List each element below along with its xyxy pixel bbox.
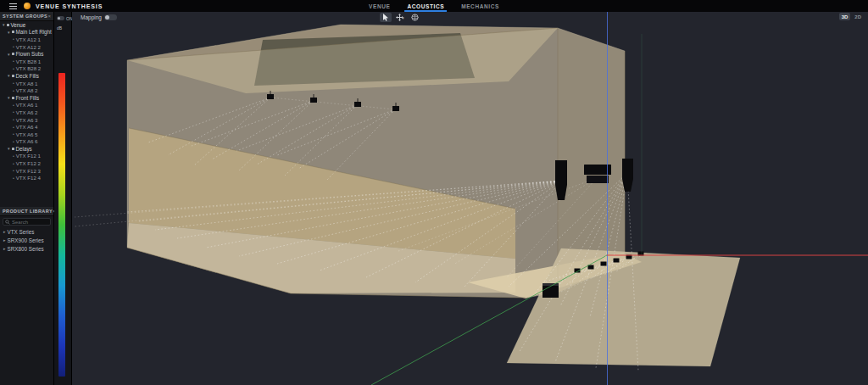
bullet-icon: •	[13, 109, 14, 114]
cursor-icon	[382, 14, 389, 21]
tree-row-vtx-a8-1[interactable]: •VTX A8 1	[0, 80, 53, 87]
tree-row-vtx-f12-2[interactable]: •VTX F12 2	[0, 159, 53, 167]
tree-row-vtx-a8-2[interactable]: •VTX A8 2	[0, 86, 53, 94]
expand-arrow-icon[interactable]: ▸	[3, 229, 6, 234]
mapping-on-row: ON	[57, 15, 71, 21]
expand-arrow-icon[interactable]: ▾	[8, 95, 10, 100]
tab-label: VENUE	[369, 3, 390, 9]
tree-label: Deck Fills	[16, 73, 39, 79]
bullet-icon: •	[13, 131, 14, 137]
expand-arrow-icon[interactable]: ▾	[8, 52, 10, 57]
library-item-srx800-series[interactable]: ▸SRX800 Series	[0, 244, 53, 253]
tree-row-vtx-b28-2[interactable]: •VTX B28 2	[0, 65, 53, 73]
tree-row-vtx-a12-2[interactable]: •VTX A12 2	[0, 43, 53, 51]
chevron-down-icon: ▾	[402, 15, 404, 20]
tree-row-vtx-f12-3[interactable]: •VTX F12 3	[0, 167, 53, 175]
expand-arrow-icon[interactable]: ▾	[3, 22, 5, 27]
tree-row-vtx-a6-3[interactable]: •VTX A6 3	[0, 116, 53, 124]
bullet-icon: •	[13, 103, 14, 108]
spl-color-scale	[58, 73, 65, 377]
tree-row-vtx-a6-1[interactable]: •VTX A6 1	[0, 102, 53, 109]
pan-tool-button[interactable]: ▾	[394, 13, 406, 22]
tab-acoustics[interactable]: ACOUSTICS	[407, 0, 444, 12]
tree-row-main-left-right[interactable]: ▾Main Left Right	[0, 29, 53, 36]
orbit-tool-button[interactable]	[409, 13, 420, 22]
tree-label: VTX A12 1	[16, 36, 41, 42]
speaker-group-icon	[7, 24, 9, 26]
system-groups-title: SYSTEM GROUPS	[3, 14, 47, 19]
3d-viewport-canvas[interactable]	[72, 12, 868, 385]
main-array-left[interactable]	[555, 160, 567, 200]
scale-on-toggle[interactable]	[57, 16, 64, 20]
tree-label: Delays	[16, 146, 32, 152]
expand-arrow-icon[interactable]: ▾	[8, 146, 10, 151]
tree-row-front-fills[interactable]: ▾Front Fills	[0, 94, 53, 102]
top-menu-bar: VENUE SYNTHESIS VENUEACOUSTICSMECHANICS	[0, 0, 868, 12]
app-title: VENUE SYNTHESIS	[36, 3, 103, 9]
tab-label: ACOUSTICS	[407, 3, 444, 9]
search-input[interactable]	[12, 220, 48, 225]
viewport-tools: ▾	[380, 13, 420, 22]
expand-arrow-icon[interactable]: ▾	[8, 30, 10, 35]
bullet-icon: •	[13, 153, 14, 159]
tree-row-venue[interactable]: ▾Venue	[0, 21, 53, 29]
tree-label: VTX F12 4	[16, 175, 41, 181]
library-item-srx900-series[interactable]: ▸SRX900 Series	[0, 236, 53, 244]
speaker-group-icon	[12, 75, 14, 77]
library-label: VTX Series	[8, 229, 35, 235]
tab-venue[interactable]: VENUE	[369, 0, 390, 12]
mapping-toggle[interactable]	[104, 14, 117, 20]
library-label: SRX800 Series	[8, 246, 44, 252]
tree-row-vtx-f12-4[interactable]: •VTX F12 4	[0, 174, 53, 181]
tree-row-vtx-b28-1[interactable]: •VTX B28 1	[0, 58, 53, 65]
tab-mechanics[interactable]: MECHANICS	[461, 0, 499, 12]
product-library-title: PRODUCT LIBRARY	[3, 209, 53, 214]
tree-label: VTX B28 1	[16, 59, 41, 64]
tree-row-vtx-a6-2[interactable]: •VTX A6 2	[0, 109, 53, 116]
mapping-control: Mapping	[81, 14, 117, 20]
library-item-vtx-series[interactable]: ▸VTX Series	[0, 227, 53, 236]
tree-label: VTX F12 2	[16, 160, 41, 166]
brand-logo-icon	[24, 3, 31, 9]
tree-row-deck-fills[interactable]: ▾Deck Fills	[0, 72, 53, 80]
tree-row-vtx-a6-6[interactable]: •VTX A6 6	[0, 138, 53, 146]
ground-sub[interactable]	[542, 283, 559, 298]
tree-label: VTX F12 3	[16, 168, 41, 174]
bullet-icon: •	[13, 66, 14, 71]
close-icon[interactable]: ×	[47, 14, 51, 19]
tree-row-delays[interactable]: ▾Delays	[0, 145, 53, 153]
view-3d-button[interactable]: 3D	[839, 13, 851, 20]
tree-row-vtx-a6-4[interactable]: •VTX A6 4	[0, 123, 53, 131]
tab-label: MECHANICS	[461, 3, 499, 9]
system-groups-header: SYSTEM GROUPS ×	[0, 12, 53, 21]
tree-row-vtx-f12-1[interactable]: •VTX F12 1	[0, 153, 53, 160]
main-array-right[interactable]	[622, 159, 633, 192]
view-mode-buttons: 3D2D	[839, 13, 864, 20]
system-groups-tree: ▾Venue▾Main Left Right•VTX A12 1•VTX A12…	[0, 21, 53, 181]
venue-synthesis-app: VENUE SYNTHESIS VENUEACOUSTICSMECHANICS …	[0, 0, 868, 385]
bullet-icon: •	[13, 176, 14, 181]
viewport-toolbar: Mapping ▾ 3D2D	[72, 12, 868, 23]
library-search	[3, 218, 51, 226]
expand-arrow-icon[interactable]: ▸	[3, 237, 6, 243]
expand-arrow-icon[interactable]: ▾	[8, 73, 10, 78]
tree-label: VTX A6 6	[16, 138, 38, 144]
tree-row-vtx-a6-5[interactable]: •VTX A6 5	[0, 131, 53, 138]
scale-unit-label: dB	[57, 25, 62, 31]
bullet-icon: •	[13, 36, 14, 42]
tree-label: Venue	[11, 22, 26, 28]
speaker-group-icon	[12, 148, 14, 150]
tree-row-vtx-a12-1[interactable]: •VTX A12 1	[0, 36, 53, 43]
view-2d-button[interactable]: 2D	[852, 13, 864, 20]
tree-label: VTX A6 4	[16, 124, 38, 130]
bullet-icon: •	[13, 168, 14, 173]
expand-arrow-icon[interactable]: ▸	[3, 246, 6, 251]
bullet-icon: •	[13, 161, 14, 166]
product-library-header: PRODUCT LIBRARY ×	[0, 207, 53, 216]
bullet-icon: •	[13, 88, 14, 93]
tree-label: VTX B28 2	[16, 65, 41, 71]
select-tool-button[interactable]	[380, 13, 392, 22]
tree-row-flown-subs[interactable]: ▾Flown Subs	[0, 50, 53, 58]
hamburger-menu-icon[interactable]	[9, 3, 17, 9]
globe-icon	[411, 14, 419, 21]
